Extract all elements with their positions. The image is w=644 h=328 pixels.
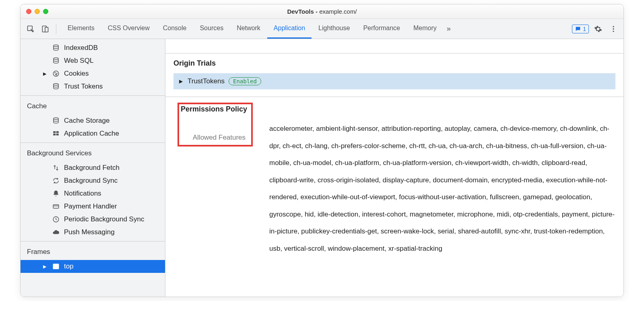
svg-rect-22 — [53, 264, 59, 269]
tab-elements[interactable]: Elements — [61, 19, 101, 39]
sidebar-item-payment-handler[interactable]: Payment Handler — [21, 200, 165, 213]
svg-rect-16 — [56, 131, 59, 133]
disclosure-triangle-icon[interactable]: ▶ — [43, 71, 46, 76]
sidebar-item-label: Periodic Background Sync — [64, 215, 144, 223]
application-content: Origin Trials ▶ TrustTokens Enabled Perm… — [165, 39, 623, 297]
more-tabs-icon[interactable]: » — [444, 25, 454, 33]
maximize-window-button[interactable] — [43, 9, 48, 14]
svg-point-5 — [613, 31, 614, 32]
tab-lighthouse[interactable]: Lighthouse — [312, 19, 356, 39]
svg-point-10 — [57, 73, 58, 74]
sidebar-group-bgservices: Background Services Background Fetch Bac… — [21, 143, 165, 241]
database-icon — [52, 44, 60, 52]
window-icon — [52, 262, 60, 270]
sidebar-item-indexeddb[interactable]: IndexedDB — [21, 41, 165, 54]
svg-point-11 — [56, 74, 56, 75]
database-icon — [52, 117, 60, 125]
clock-icon — [52, 215, 60, 223]
sidebar-header-cache: Cache — [21, 98, 165, 114]
svg-point-8 — [53, 71, 59, 76]
sidebar-item-notifications[interactable]: Notifications — [21, 187, 165, 200]
sidebar-item-label: Payment Handler — [64, 202, 117, 210]
permissions-policy-title: Permissions Policy — [179, 104, 247, 113]
svg-rect-18 — [56, 134, 59, 136]
sidebar-item-bg-sync[interactable]: Background Sync — [21, 174, 165, 187]
sync-icon — [52, 177, 60, 185]
sidebar-group-frames: Frames ▶ top — [21, 241, 165, 275]
window-controls — [21, 9, 48, 14]
sidebar-item-label: top — [64, 262, 74, 270]
origin-trials-title: Origin Trials — [165, 54, 623, 73]
origin-trial-status-badge: Enabled — [229, 77, 261, 85]
svg-point-4 — [613, 28, 614, 29]
device-toggle-icon[interactable] — [39, 23, 51, 35]
sidebar-item-trusttokens[interactable]: Trust Tokens — [21, 80, 165, 93]
sidebar-item-label: IndexedDB — [64, 44, 98, 52]
origin-trial-row[interactable]: ▶ TrustTokens Enabled — [173, 73, 615, 89]
close-window-button[interactable] — [26, 9, 31, 14]
window-title: DevTools - example.com/ — [21, 8, 623, 15]
toolbar: Elements CSS Overview Console Sources Ne… — [21, 19, 623, 39]
svg-rect-2 — [45, 27, 48, 32]
tab-memory[interactable]: Memory — [407, 19, 443, 39]
sidebar-item-label: Background Sync — [64, 177, 118, 185]
svg-point-6 — [54, 45, 58, 47]
updown-icon — [52, 164, 60, 172]
sidebar-item-label: Push Messaging — [64, 228, 115, 236]
svg-rect-17 — [53, 134, 56, 136]
svg-point-3 — [613, 26, 614, 27]
sidebar-item-application-cache[interactable]: Application Cache — [21, 127, 165, 140]
bell-icon — [52, 190, 60, 198]
minimize-window-button[interactable] — [35, 9, 40, 14]
inspect-element-icon[interactable] — [25, 23, 37, 35]
allowed-features-list: accelerometer, ambient-light-sensor, att… — [269, 103, 615, 257]
kebab-menu-icon[interactable] — [607, 23, 619, 35]
sidebar-item-cache-storage[interactable]: Cache Storage — [21, 114, 165, 127]
message-icon — [575, 26, 581, 32]
svg-point-12 — [56, 74, 57, 75]
tab-console[interactable]: Console — [157, 19, 193, 39]
tab-network[interactable]: Network — [230, 19, 267, 39]
titlebar: DevTools - example.com/ — [21, 4, 623, 19]
svg-point-14 — [54, 118, 58, 120]
panel-tabs: Elements CSS Overview Console Sources Ne… — [61, 19, 570, 39]
tab-application[interactable]: Application — [267, 19, 312, 39]
sidebar-header-frames: Frames — [21, 244, 165, 260]
toolbar-divider — [56, 24, 56, 34]
svg-point-13 — [54, 84, 58, 86]
origin-trials-section: Origin Trials ▶ TrustTokens Enabled — [165, 54, 623, 97]
sidebar-item-label: Web SQL — [64, 57, 93, 65]
svg-rect-19 — [53, 205, 59, 208]
sidebar-item-frame-top[interactable]: ▶ top — [21, 260, 165, 273]
disclosure-triangle-icon[interactable]: ▶ — [179, 78, 183, 84]
sidebar-group-storage: IndexedDB Web SQL ▶ Cookies — [21, 39, 165, 96]
origin-trial-name: TrustTokens — [188, 77, 225, 85]
toolbar-right: 1 — [572, 23, 619, 35]
tab-sources[interactable]: Sources — [193, 19, 230, 39]
database-icon — [52, 57, 60, 65]
application-sidebar: IndexedDB Web SQL ▶ Cookies — [21, 39, 165, 297]
disclosure-triangle-icon[interactable]: ▶ — [43, 264, 46, 269]
tab-performance[interactable]: Performance — [357, 19, 407, 39]
card-icon — [52, 202, 60, 210]
message-count: 1 — [583, 26, 586, 32]
allowed-features-label: Allowed Features — [179, 134, 246, 142]
tab-css-overview[interactable]: CSS Overview — [101, 19, 156, 39]
sidebar-item-label: Cache Storage — [64, 117, 109, 125]
cloud-icon — [52, 228, 60, 236]
sidebar-item-label: Background Fetch — [64, 164, 120, 172]
sidebar-item-push-messaging[interactable]: Push Messaging — [21, 226, 165, 239]
sidebar-item-bg-fetch[interactable]: Background Fetch — [21, 161, 165, 174]
svg-point-9 — [55, 72, 56, 73]
sidebar-item-label: Notifications — [64, 190, 101, 198]
content-top-spacer — [165, 39, 623, 54]
grid-icon — [52, 130, 60, 138]
sidebar-item-cookies[interactable]: ▶ Cookies — [21, 67, 165, 80]
messages-badge[interactable]: 1 — [572, 25, 589, 33]
devtools-window: DevTools - example.com/ Elements CSS Ove… — [20, 4, 624, 297]
highlight-annotation: Permissions Policy Allowed Features — [178, 103, 253, 146]
sidebar-item-label: Trust Tokens — [64, 83, 103, 91]
settings-icon[interactable] — [592, 23, 604, 35]
sidebar-item-websql[interactable]: Web SQL — [21, 54, 165, 67]
sidebar-item-periodic-sync[interactable]: Periodic Background Sync — [21, 213, 165, 226]
